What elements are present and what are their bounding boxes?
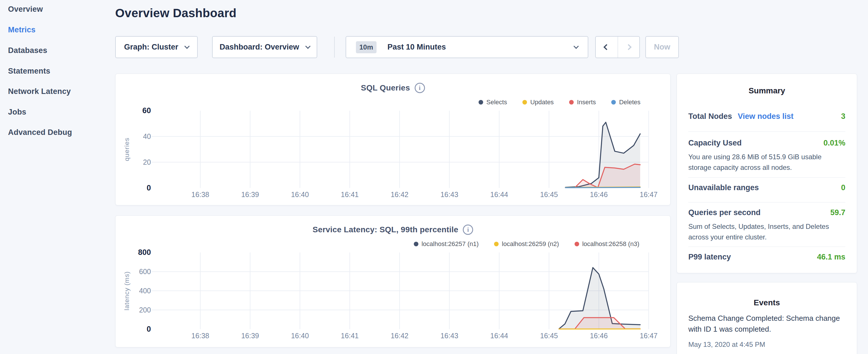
y-tick-label: 800 [138, 248, 151, 257]
x-tick-label: 16:43 [440, 332, 458, 340]
sidebar-item-metrics[interactable]: Metrics [8, 26, 35, 34]
time-range-label: Past 10 Minutes [388, 43, 574, 52]
capacity-description: You are using 28.6 MiB of 515.9 GiB usab… [688, 152, 845, 173]
x-tick-label: 16:41 [341, 190, 359, 198]
summary-panel: Summary Total Nodes View nodes list 3 Ca… [677, 74, 857, 273]
now-button[interactable]: Now [645, 36, 679, 58]
x-tick-label: 16:44 [490, 332, 508, 340]
x-tick-label: 16:39 [241, 190, 259, 198]
service-latency-plot: 020040060080016:3816:3916:4016:4116:4216… [116, 216, 670, 347]
x-tick-label: 16:38 [191, 190, 209, 198]
controls-divider [334, 37, 335, 58]
chevron-right-icon [626, 44, 631, 50]
sidebar-item-network-latency[interactable]: Network Latency [8, 87, 71, 96]
time-range-chip: 10m [356, 41, 376, 53]
x-tick-label: 16:46 [590, 332, 608, 340]
events-title: Events [677, 298, 857, 307]
y-tick-label: 600 [139, 267, 151, 276]
x-tick-label: 16:47 [640, 190, 657, 198]
x-tick-label: 16:42 [391, 332, 408, 340]
service-latency-chart-card: Service Latency: SQL, 99th percentile i … [115, 215, 671, 347]
capacity-label: Capacity Used [688, 139, 742, 148]
qps-value: 59.7 [830, 208, 845, 217]
sidebar-item-statements[interactable]: Statements [8, 67, 51, 75]
series-line [565, 187, 640, 188]
x-tick-label: 16:39 [241, 332, 259, 340]
summary-row-qps: Queries per second 59.7 Sum of Selects, … [688, 208, 845, 242]
now-button-label: Now [654, 43, 670, 52]
event-timestamp: May 13, 2020 at 4:45 PM [688, 341, 765, 349]
view-nodes-list-link[interactable]: View nodes list [738, 112, 794, 121]
divider [688, 131, 845, 132]
y-axis-label: latency (ms) [123, 271, 130, 311]
graph-scope-label: Graph: Cluster [124, 43, 178, 52]
y-tick-label: 400 [139, 287, 151, 295]
time-step-forward-button[interactable] [618, 37, 639, 58]
y-tick-label: 40 [143, 132, 151, 140]
divider [688, 202, 845, 202]
chevron-down-icon [305, 43, 310, 49]
event-item[interactable]: Schema Change Completed: Schema change w… [688, 313, 846, 334]
summary-title: Summary [677, 86, 857, 95]
sidebar-item-jobs[interactable]: Jobs [8, 108, 26, 117]
sidebar-item-databases[interactable]: Databases [8, 46, 47, 55]
chevron-down-icon [574, 43, 579, 49]
qps-label: Queries per second [688, 208, 761, 217]
chevron-left-icon [603, 44, 610, 50]
p99-latency-value: 46.1 ms [817, 253, 845, 261]
p99-latency-label: P99 latency [688, 253, 731, 261]
summary-row-unavailable: Unavailable ranges 0 [688, 183, 845, 192]
y-tick-label: 60 [143, 106, 151, 115]
qps-description: Sum of Selects, Updates, Inserts, and De… [688, 221, 845, 242]
divider [688, 177, 845, 178]
y-tick-label: 0 [147, 325, 151, 333]
summary-row-total-nodes: Total Nodes View nodes list 3 [688, 112, 845, 121]
dashboard-dropdown[interactable]: Dashboard: Overview [212, 36, 317, 58]
sidebar-nav: Overview Metrics Databases Statements Ne… [0, 0, 115, 354]
x-tick-label: 16:43 [440, 190, 458, 198]
x-tick-label: 16:40 [291, 190, 309, 198]
unavailable-ranges-value: 0 [841, 183, 845, 192]
events-panel: Events Schema Change Completed: Schema c… [677, 282, 857, 354]
y-tick-label: 0 [147, 184, 151, 192]
unavailable-ranges-label: Unavailable ranges [688, 183, 759, 192]
y-tick-label: 200 [139, 306, 151, 314]
summary-row-p99: P99 latency 46.1 ms [688, 253, 845, 261]
sidebar-item-advanced-debug[interactable]: Advanced Debug [8, 128, 72, 137]
x-tick-label: 16:45 [540, 190, 558, 198]
total-nodes-value: 3 [841, 112, 845, 121]
total-nodes-label: Total Nodes [688, 112, 732, 121]
time-step-buttons [595, 36, 640, 58]
x-tick-label: 16:38 [191, 332, 209, 340]
capacity-value: 0.01% [823, 139, 845, 148]
y-tick-label: 20 [143, 158, 151, 166]
chevron-down-icon [184, 43, 189, 49]
divider [688, 247, 845, 247]
x-tick-label: 16:47 [640, 332, 657, 340]
graph-scope-dropdown[interactable]: Graph: Cluster [115, 36, 198, 58]
sql-queries-plot: 020406016:3816:3916:4016:4116:4216:4316:… [116, 74, 670, 205]
time-step-back-button[interactable] [596, 37, 618, 58]
page-title: Overview Dashboard [115, 6, 237, 20]
time-range-dropdown[interactable]: 10m Past 10 Minutes [346, 36, 588, 58]
x-tick-label: 16:41 [341, 332, 359, 340]
sidebar-item-overview[interactable]: Overview [8, 5, 43, 14]
x-tick-label: 16:44 [490, 190, 508, 198]
dashboard-label: Dashboard: Overview [219, 43, 299, 52]
x-tick-label: 16:42 [391, 190, 408, 198]
y-axis-label: queries [123, 137, 130, 161]
x-tick-label: 16:46 [590, 190, 608, 198]
x-tick-label: 16:40 [291, 332, 309, 340]
summary-row-capacity: Capacity Used 0.01% You are using 28.6 M… [688, 139, 845, 173]
x-tick-label: 16:45 [540, 332, 558, 340]
sql-queries-chart-card: SQL Queries i SelectsUpdatesInsertsDelet… [115, 74, 671, 205]
